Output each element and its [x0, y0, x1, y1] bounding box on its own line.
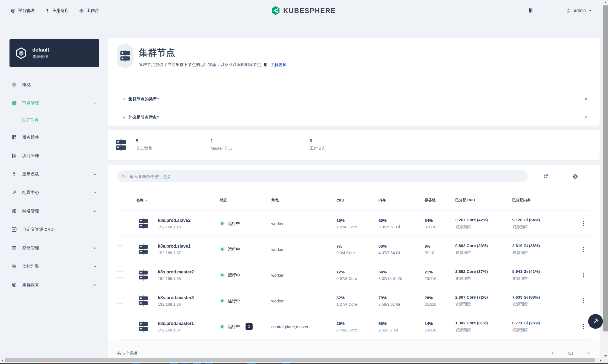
- status-badge[interactable]: 1: [246, 323, 253, 330]
- nav-item-label: 平台管理: [18, 8, 34, 13]
- next-page-button[interactable]: [585, 350, 590, 356]
- column-header-alloc-mem: 已分配内存: [505, 198, 576, 203]
- scroll-left-button[interactable]: [0, 358, 5, 363]
- chevron-up-icon: [93, 101, 97, 105]
- vertical-scrollbar[interactable]: [603, 0, 608, 358]
- sidebar-item-project-management[interactable]: 项目管理: [0, 146, 108, 165]
- faq-node-taints[interactable]: 什么是节点污点?: [108, 108, 600, 126]
- close-icon[interactable]: [584, 115, 588, 120]
- hammer-icon: [592, 318, 599, 325]
- table-row[interactable]: k8s.prod.slave1 192.168.1.37 运行中 worker …: [117, 237, 591, 262]
- row-menu-button[interactable]: [581, 297, 585, 305]
- node-ip: 192.168.1.36: [158, 302, 194, 306]
- row-checkbox[interactable]: [117, 297, 123, 304]
- top-nav: 平台管理 应用商店 工作台 KUBESPHERE admin: [0, 0, 603, 21]
- scroll-right-button[interactable]: [598, 358, 603, 363]
- node-name[interactable]: k8s.prod.slave2: [158, 218, 190, 223]
- sidebar-item-overview[interactable]: 概览: [0, 75, 108, 94]
- row-checkbox[interactable]: [117, 220, 123, 226]
- node-name[interactable]: k8s.prod.master2: [158, 270, 194, 274]
- sidebar-item-cluster-settings[interactable]: 集群设置: [0, 276, 108, 294]
- table-footer: 共 5 个条目 1/1: [108, 340, 600, 358]
- prev-page-button[interactable]: [551, 350, 556, 356]
- sidebar-item-label: 项目管理: [22, 153, 39, 159]
- nav-workbench[interactable]: 工作台: [79, 8, 99, 13]
- cluster-selector[interactable]: default 集群管理: [9, 39, 99, 67]
- allocated-cpu: 0.862 Core (23%)资源预留: [448, 243, 505, 255]
- learn-more-link[interactable]: 了解更多: [270, 62, 287, 67]
- row-checkbox[interactable]: [117, 245, 123, 252]
- pods-usage: 21%23/110: [418, 270, 448, 281]
- node-name[interactable]: k8s.prod.master1: [158, 321, 194, 326]
- node-name[interactable]: k8s.prod.slave1: [158, 244, 190, 249]
- row-menu-button[interactable]: [581, 323, 585, 331]
- row-menu-button[interactable]: [581, 219, 585, 228]
- sidebar-item-label: 存储管理: [22, 245, 39, 251]
- stat-worker-nodes: 5 工作节点: [310, 139, 326, 151]
- sidebar-item-label: 节点管理: [22, 100, 39, 106]
- nav-item-label: 工作台: [87, 8, 99, 13]
- row-menu-button[interactable]: [581, 271, 585, 279]
- row-checkbox[interactable]: [117, 323, 123, 329]
- stat-label: 节点数量: [136, 146, 211, 151]
- book-icon: [528, 8, 534, 14]
- node-name[interactable]: k8s.prod.master3: [158, 295, 194, 300]
- workbench-icon: [79, 8, 84, 13]
- pods-usage: 28%31/110: [418, 295, 448, 306]
- table-row[interactable]: k8s.prod.master3 192.168.1.36 运行中 worker…: [117, 288, 591, 314]
- node-role: worker: [264, 221, 329, 226]
- sidebar-item-node-management[interactable]: 节点管理: [0, 94, 108, 112]
- node-role: worker: [264, 299, 329, 303]
- sidebar-item-crd[interactable]: 自定义资源 CRD: [0, 220, 108, 239]
- faq-node-types[interactable]: 集群节点的类型?: [108, 90, 600, 108]
- hammer-icon: [11, 190, 17, 195]
- memory-usage: 53%4.07/7.64 Gi: [371, 244, 418, 255]
- vertical-scrollbar-thumb[interactable]: [603, 5, 608, 331]
- sidebar-item-service-components[interactable]: 服务组件: [0, 128, 108, 146]
- storage-icon: [11, 245, 17, 251]
- table-row[interactable]: k8s.prod.master1 192.168.1.34 运行中 1 cont…: [117, 314, 591, 340]
- horizontal-scrollbar[interactable]: [0, 358, 603, 363]
- column-header-status[interactable]: 状态: [213, 198, 264, 203]
- sidebar-item-cluster-nodes[interactable]: 集群节点: [0, 112, 108, 128]
- table-row[interactable]: k8s.prod.master2 192.168.1.35 运行中 worker…: [117, 262, 591, 288]
- refresh-button[interactable]: [543, 174, 549, 179]
- search-bar[interactable]: [117, 170, 528, 182]
- docs-button[interactable]: [528, 8, 534, 14]
- page-description: 集群节点提供了当前集群下节点的运行状态，以及可以编辑删除节点: [139, 62, 261, 67]
- table-row[interactable]: k8s.prod.slave2 192.168.1.15 运行中 worker …: [117, 211, 591, 237]
- column-header-name[interactable]: 名称: [129, 198, 213, 203]
- sidebar-item-network-management[interactable]: 网络管理: [0, 202, 108, 220]
- sidebar-item-config-center[interactable]: 配置中心: [0, 183, 108, 202]
- scroll-up-button[interactable]: [603, 0, 608, 5]
- kubesphere-console: 平台管理 应用商店 工作台 KUBESPHERE admin: [0, 0, 608, 364]
- nav-app-store[interactable]: 应用商店: [45, 8, 69, 13]
- close-icon[interactable]: [584, 97, 588, 101]
- nav-platform-admin[interactable]: 平台管理: [11, 8, 34, 13]
- arrow-right-icon: [585, 350, 590, 356]
- node-icon: [138, 269, 149, 281]
- memory-usage: 54%8.32/15.51 Gi: [371, 270, 418, 281]
- node-role: control-plane,master: [264, 324, 329, 329]
- sidebar-item-monitoring-alerting[interactable]: 监控告警: [0, 257, 108, 276]
- select-all-checkbox[interactable]: [117, 197, 123, 203]
- chevron-down-icon: [93, 172, 97, 176]
- row-checkbox[interactable]: [117, 271, 123, 278]
- allocated-cpu: 2.607 Core (72%)资源预留: [448, 295, 505, 307]
- horizontal-scrollbar-thumb[interactable]: [5, 358, 595, 362]
- search-input[interactable]: [129, 174, 523, 179]
- user-menu[interactable]: admin: [566, 8, 592, 13]
- chevron-down-icon: [588, 9, 592, 12]
- row-menu-button[interactable]: [581, 245, 585, 253]
- pagination: 1/1: [551, 350, 590, 356]
- column-header-pods: 容器组: [418, 198, 448, 203]
- sidebar-item-app-workloads[interactable]: 应用负载: [0, 165, 108, 183]
- column-settings-button[interactable]: [572, 174, 578, 179]
- node-ip: 192.168.1.15: [158, 225, 190, 229]
- toolbox-fab-button[interactable]: [588, 314, 603, 329]
- sidebar-item-storage-management[interactable]: 存储管理: [0, 239, 108, 257]
- kubesphere-logo[interactable]: KUBESPHERE: [271, 0, 336, 21]
- sidebar-subitem-label: 集群节点: [22, 117, 39, 123]
- gear-icon: [572, 174, 578, 179]
- scroll-down-button[interactable]: [603, 353, 608, 358]
